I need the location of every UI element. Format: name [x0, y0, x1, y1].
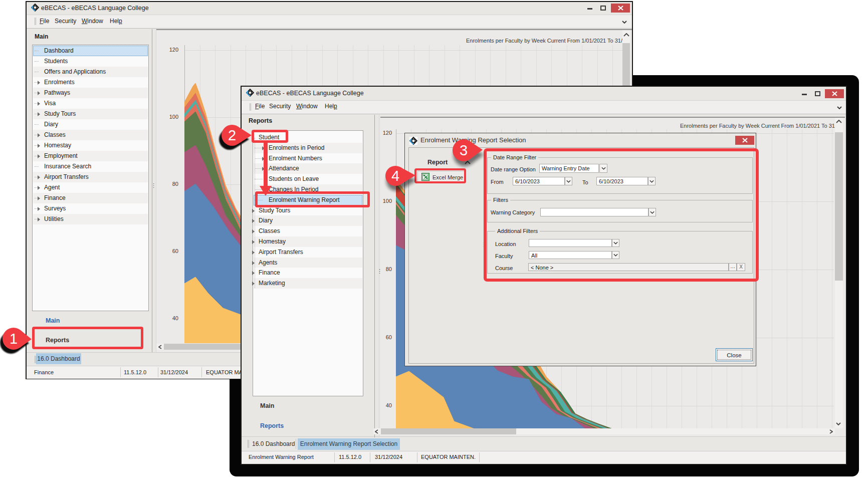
svg-text:1: 1: [10, 331, 18, 347]
svg-text:2: 2: [228, 127, 236, 143]
svg-text:3: 3: [460, 142, 468, 158]
svg-text:4: 4: [391, 168, 399, 184]
